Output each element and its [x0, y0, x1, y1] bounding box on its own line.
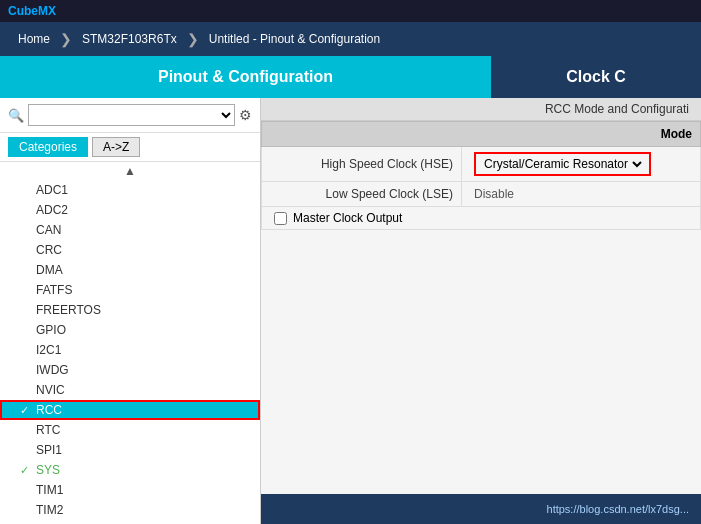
breadcrumb-sep-1: ❯ — [60, 31, 72, 47]
content-header: RCC Mode and Configurati — [261, 98, 701, 121]
sidebar-item-spi1[interactable]: SPI1 — [0, 440, 260, 460]
hse-label: High Speed Clock (HSE) — [262, 147, 462, 182]
search-icon: 🔍 — [8, 108, 24, 123]
breadcrumb-device[interactable]: STM32F103R6Tx — [72, 28, 187, 50]
sidebar-item-iwdg[interactable]: IWDG — [0, 360, 260, 380]
master-clock-row: Master Clock Output — [262, 207, 701, 230]
hse-box: Crystal/Ceramic Resonator — [474, 152, 651, 176]
sidebar-item-rtc[interactable]: RTC — [0, 420, 260, 440]
master-clock-label: Master Clock Output — [293, 211, 402, 225]
breadcrumb-home[interactable]: Home — [8, 28, 60, 50]
footer-url: https://blog.csdn.net/lx7dsg... — [547, 503, 689, 515]
check-rcc: ✓ — [20, 404, 32, 417]
sidebar-item-adc2[interactable]: ADC2 — [0, 200, 260, 220]
hse-select[interactable]: Crystal/Ceramic Resonator — [480, 156, 645, 172]
tab-categories[interactable]: Categories — [8, 137, 88, 157]
sidebar: 🔍 ⚙ Categories A->Z ▲ ADC1 ADC2 — [0, 98, 261, 524]
main-area: 🔍 ⚙ Categories A->Z ▲ ADC1 ADC2 — [0, 98, 701, 524]
sidebar-item-nvic[interactable]: NVIC — [0, 380, 260, 400]
breadcrumb-sep-2: ❯ — [187, 31, 199, 47]
content-body: Mode High Speed Clock (HSE) Crystal/Cera… — [261, 121, 701, 494]
mode-table: Mode High Speed Clock (HSE) Crystal/Cera… — [261, 121, 701, 230]
lse-row: Low Speed Clock (LSE) Disable — [262, 182, 701, 207]
breadcrumb-current: Untitled - Pinout & Configuration — [199, 28, 390, 50]
sidebar-item-dma[interactable]: DMA — [0, 260, 260, 280]
sidebar-item-adc1[interactable]: ADC1 — [0, 180, 260, 200]
gear-icon[interactable]: ⚙ — [239, 107, 252, 123]
sidebar-item-freertos[interactable]: FREERTOS — [0, 300, 260, 320]
content-area: RCC Mode and Configurati Mode High Speed… — [261, 98, 701, 524]
sidebar-item-rcc[interactable]: ✓ RCC — [0, 400, 260, 420]
sidebar-item-tim1[interactable]: TIM1 — [0, 480, 260, 500]
sidebar-tab-bar: Categories A->Z — [0, 133, 260, 162]
sidebar-item-gpio[interactable]: GPIO — [0, 320, 260, 340]
sidebar-item-tim2[interactable]: TIM2 — [0, 500, 260, 520]
top-bar: CubeMX — [0, 0, 701, 22]
header-tabs: Pinout & Configuration Clock C — [0, 56, 701, 98]
lse-value: Disable — [474, 187, 514, 201]
master-clock-checkbox[interactable] — [274, 212, 287, 225]
sidebar-item-tim3[interactable]: TIM3 — [0, 520, 260, 524]
sidebar-list: ADC1 ADC2 CAN CRC DMA FATFS — [0, 180, 260, 524]
tab-pinout[interactable]: Pinout & Configuration — [0, 56, 491, 98]
hse-row: High Speed Clock (HSE) Crystal/Ceramic R… — [262, 147, 701, 182]
sidebar-item-crc[interactable]: CRC — [0, 240, 260, 260]
tab-clock[interactable]: Clock C — [491, 56, 701, 98]
scroll-up-arrow[interactable]: ▲ — [0, 162, 260, 180]
mode-column-header: Mode — [262, 122, 701, 147]
sidebar-item-fatfs[interactable]: FATFS — [0, 280, 260, 300]
master-clock-cell: Master Clock Output — [262, 207, 701, 230]
breadcrumb: Home ❯ STM32F103R6Tx ❯ Untitled - Pinout… — [0, 22, 701, 56]
app-title: CubeMX — [8, 4, 56, 18]
master-clock-container: Master Clock Output — [274, 211, 688, 225]
hse-value-cell: Crystal/Ceramic Resonator — [462, 147, 701, 182]
sidebar-search-bar: 🔍 ⚙ — [0, 98, 260, 133]
sidebar-item-i2c1[interactable]: I2C1 — [0, 340, 260, 360]
tab-az[interactable]: A->Z — [92, 137, 140, 157]
search-input[interactable] — [28, 104, 235, 126]
check-sys: ✓ — [20, 464, 32, 477]
sidebar-item-sys[interactable]: ✓ SYS — [0, 460, 260, 480]
lse-value-cell: Disable — [462, 182, 701, 207]
sidebar-item-can[interactable]: CAN — [0, 220, 260, 240]
content-footer: https://blog.csdn.net/lx7dsg... — [261, 494, 701, 524]
lse-label: Low Speed Clock (LSE) — [262, 182, 462, 207]
